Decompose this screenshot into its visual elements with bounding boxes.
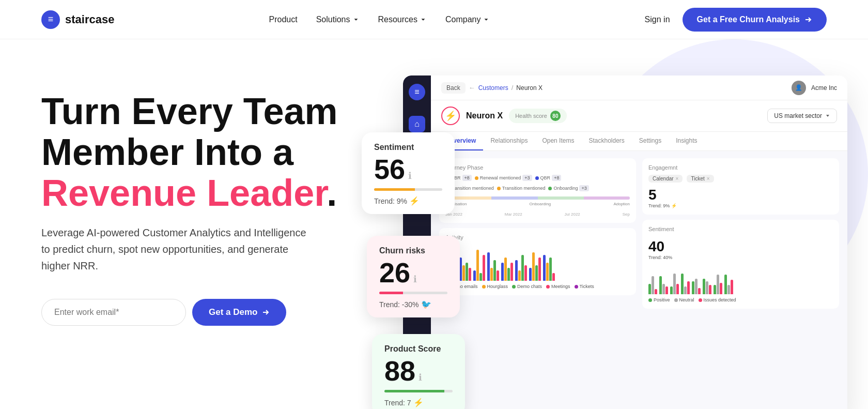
- user-avatar: 👤: [792, 81, 806, 95]
- sentiment-chart: [648, 263, 833, 294]
- nav-company[interactable]: Company: [445, 15, 490, 24]
- health-score-dot: 80: [550, 111, 561, 121]
- dashboard-frame: ≡ ⌂ 📊 👥 ⚙ Back ← Customers / Neuron X: [403, 75, 847, 409]
- nav-links: Product Solutions Resources Company: [269, 15, 490, 24]
- logo-icon: ≡: [41, 10, 60, 29]
- product-score-card: Product Score 88 ℹ Trend: 7 ⚡: [372, 334, 465, 409]
- journey-section: Journey Phase QBR+8 Renewal mentioned+3 …: [439, 158, 636, 223]
- chevron-down-icon: [352, 16, 360, 23]
- churn-card: Churn risks 26 ℹ Trend: -30% 🐦: [367, 236, 460, 317]
- email-input[interactable]: [41, 299, 186, 326]
- back-button[interactable]: Back: [441, 82, 466, 94]
- health-badge: Health score 80: [509, 109, 567, 123]
- sidebar-home-icon[interactable]: ⌂: [409, 116, 425, 132]
- sentiment-section: Sentiment 40 Trend: 40% Positive Neutral…: [642, 220, 839, 309]
- sidebar-logo: ≡: [409, 84, 425, 100]
- navbar: ≡ staircase Product Solutions Resources …: [0, 0, 868, 39]
- hero-form: Get a Demo: [41, 299, 372, 326]
- tab-insights[interactable]: Insights: [669, 132, 704, 150]
- tab-stackholders[interactable]: Stackholders: [581, 132, 631, 150]
- get-demo-button[interactable]: Get a Demo: [192, 299, 286, 326]
- chevron-down-icon: [483, 16, 490, 23]
- arrow-right-icon: [261, 308, 270, 316]
- logo[interactable]: ≡ staircase: [41, 10, 114, 29]
- dashboard-tabs: Overview Relationships Open Items Stackh…: [431, 132, 847, 151]
- activity-legend: Demo emails Hourglass Demo chats Meeting…: [445, 284, 630, 289]
- churn-trend: Trend: -30% 🐦: [379, 299, 447, 309]
- tab-settings[interactable]: Settings: [632, 132, 669, 150]
- activity-chart: [445, 245, 630, 281]
- hero-section: Turn Every Team Member Into a Revenue Le…: [0, 39, 868, 409]
- customer-header: ⚡ Neuron X Health score 80 US market sec…: [431, 100, 847, 132]
- engagement-tags: Calendar × Ticket ×: [648, 175, 833, 183]
- churn-bar: [379, 292, 447, 294]
- engagement-section: Engagemnt Calendar × Ticket × 5 Trend: 9…: [642, 158, 839, 215]
- breadcrumb: Back ← Customers / Neuron X: [441, 82, 542, 94]
- nav-right: Sign in Get a Free Churn Analysis: [645, 8, 827, 32]
- signin-button[interactable]: Sign in: [645, 15, 670, 24]
- sentiment-bar: [374, 188, 442, 191]
- sentiment-trend: Trend: 9% ⚡: [374, 196, 442, 206]
- nav-solutions[interactable]: Solutions: [316, 15, 360, 24]
- chevron-down-icon: [825, 113, 830, 118]
- product-bar: [384, 390, 453, 392]
- nav-resources[interactable]: Resources: [378, 15, 427, 24]
- nav-product[interactable]: Product: [269, 15, 298, 24]
- sentiment-legend: Positive Neutral Issues detected: [648, 297, 833, 302]
- customer-icon: ⚡: [441, 107, 460, 125]
- tab-open-items[interactable]: Open Items: [535, 132, 581, 150]
- activity-section: Activity Demo emails Hourglass Demo chat…: [439, 228, 636, 295]
- dashboard-topbar: Back ← Customers / Neuron X 👤 Acme Inc: [431, 75, 847, 100]
- topbar-right: 👤 Acme Inc: [792, 81, 837, 95]
- tab-relationships[interactable]: Relationships: [483, 132, 535, 150]
- logo-text: staircase: [65, 13, 114, 26]
- chevron-down-icon: [420, 16, 427, 23]
- churn-analysis-button[interactable]: Get a Free Churn Analysis: [683, 8, 827, 32]
- hero-subtitle: Leverage AI-powered Customer Analytics a…: [41, 224, 310, 274]
- arrow-right-icon: [804, 16, 812, 24]
- hero-left: Turn Every Team Member Into a Revenue Le…: [41, 70, 372, 326]
- hero-title: Turn Every Team Member Into a Revenue Le…: [41, 91, 372, 214]
- product-trend: Trend: 7 ⚡: [384, 398, 453, 407]
- sentiment-card: Sentiment 56 ℹ Trend: 9% ⚡: [362, 132, 455, 214]
- hero-right: Sentiment 56 ℹ Trend: 9% ⚡ Churn risks 2…: [372, 70, 827, 409]
- sector-select[interactable]: US market sector: [767, 109, 837, 123]
